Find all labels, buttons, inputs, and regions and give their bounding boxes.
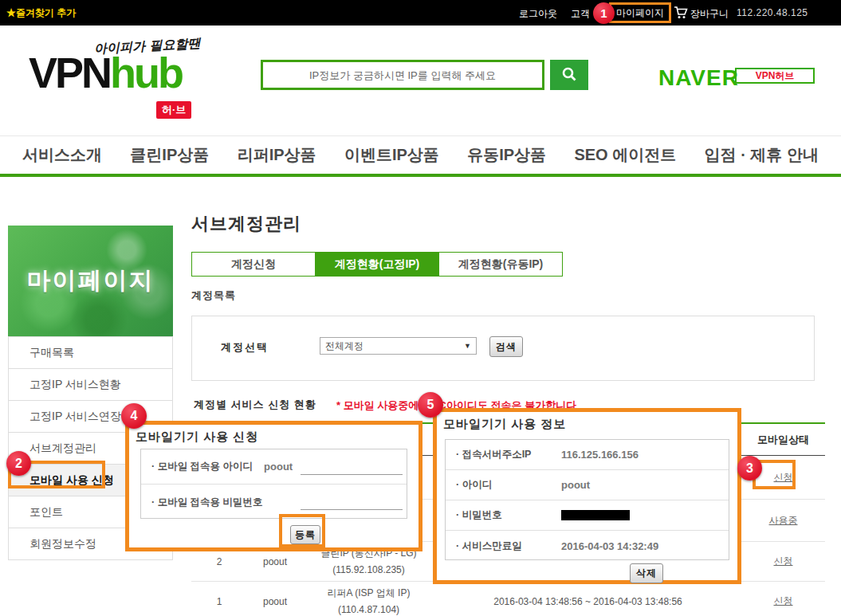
search-icon: [560, 65, 578, 85]
naver-logo: NAVER: [658, 65, 739, 91]
mobile-id-label: · 모바일 접속용 아이디: [141, 460, 253, 473]
logo-hub-text: hub: [110, 49, 182, 96]
product-ip: (115.92.108.235): [303, 562, 434, 578]
mobile-id-value: poout: [264, 461, 293, 473]
nav-item-service-intro[interactable]: 서비스소개: [22, 144, 102, 166]
page-title: 서브계정관리: [191, 212, 301, 236]
mobile-request-popup-title: 모바일기기 사용 신청: [136, 430, 258, 445]
sidebar-item-purchase-list[interactable]: 구매목록: [9, 336, 172, 368]
cell-period: 2016-03-04 13:48:56 ~ 2016-04-03 13:48:5…: [434, 596, 741, 607]
expire-date-value: 2016-04-03 14:32:49: [561, 540, 658, 552]
cell-id: poout: [247, 556, 303, 567]
mobile-pw-label: · 모바일 접속용 비밀번호: [141, 496, 263, 509]
sidebar-item-fixed-ip-status[interactable]: 고정IP 서비스현황: [9, 368, 172, 400]
nav-item-partnership[interactable]: 입점 · 제휴 안내: [705, 144, 819, 166]
site-header: 아이피가 필요할땐 VPNhub 허·브 NAVER VPN허브: [0, 26, 841, 135]
account-filter-box: 계정선택 전체계정 ▼ 검색: [191, 316, 815, 381]
mobile-info-popup-title: 모바일기기 사용 정보: [443, 417, 566, 432]
mobile-request-popup: 모바일기기 사용 신청 · 모바일 접속용 아이디 poout · 모바일 접속…: [125, 421, 422, 551]
account-search-button[interactable]: 검색: [489, 336, 523, 357]
account-select-value: 전체계정: [325, 339, 364, 353]
expire-date-label: · 서비스만료일: [446, 539, 522, 553]
tab-account-request[interactable]: 계정신청: [191, 252, 316, 277]
logo-badge: 허·브: [156, 101, 191, 119]
mobile-id-input[interactable]: [301, 461, 403, 475]
naver-badge-label: VPN허브: [756, 69, 795, 83]
nav-item-clean-ip[interactable]: 클린IP상품: [130, 144, 209, 166]
nav-item-refurb-ip[interactable]: 리퍼IP상품: [238, 144, 316, 166]
step-4-badge: 4: [121, 403, 147, 429]
register-button[interactable]: 등록: [290, 525, 320, 544]
cart-icon[interactable]: [674, 6, 688, 23]
chevron-down-icon: ▼: [464, 342, 471, 350]
cell-no: 2: [191, 556, 247, 567]
password-redacted-value: [561, 510, 630, 520]
mypage-link[interactable]: 마이페이지: [616, 6, 664, 20]
nav-item-seo-agent[interactable]: SEO 에이전트: [574, 144, 676, 166]
service-status-title: 계정별 서비스 신청 현황: [194, 398, 316, 412]
mobile-info-list: · 접속서버주소IP 116.125.166.156 · 아이디 poout ·…: [445, 439, 729, 560]
naver-vpnhub-badge[interactable]: VPN허브: [735, 68, 815, 84]
delete-button[interactable]: 삭제: [630, 563, 663, 583]
customer-link[interactable]: 고객: [571, 7, 590, 21]
mobile-status-link[interactable]: 신청: [774, 472, 793, 483]
tab-account-status-dynamic-ip[interactable]: 계정현황(유동IP): [438, 252, 563, 277]
favorite-link[interactable]: ★즐겨찾기 추가: [6, 6, 76, 20]
nav-item-dynamic-ip[interactable]: 유동IP상품: [467, 144, 546, 166]
step-3-badge: 3: [737, 456, 762, 481]
top-bar: ★즐겨찾기 추가 로그아웃 고객 마이페이지 장바구니 112.220.48.1…: [0, 0, 841, 26]
nav-item-event-ip[interactable]: 이벤트IP상품: [344, 144, 439, 166]
mobile-pw-input[interactable]: [301, 496, 403, 510]
cell-product: 리퍼A (ISP 업체 IP) (110.4.87.104): [303, 585, 434, 616]
col-header-mobile-status: 모바일상태: [741, 433, 825, 447]
cell-no: 1: [191, 596, 247, 607]
mobile-info-popup: 모바일기기 사용 정보 · 접속서버주소IP 116.125.166.156 ·…: [433, 408, 741, 584]
mypage-highlight-box: 마이페이지: [609, 2, 671, 23]
step-5-badge: 5: [418, 392, 443, 418]
cell-id: poout: [247, 596, 303, 607]
account-id-value: poout: [561, 479, 590, 491]
mobile-status-link[interactable]: 사용중: [769, 515, 798, 526]
account-list-label: 계정목록: [191, 288, 236, 303]
cart-link[interactable]: 장바구니: [690, 7, 729, 21]
logo-vpn-text: VPN: [29, 49, 110, 96]
step-1-badge: 1: [593, 2, 615, 24]
step-2-badge: 2: [6, 451, 31, 476]
main-nav: 서비스소개 클린IP상품 리퍼IP상품 이벤트IP상품 유동IP상품 SEO 에…: [0, 135, 841, 177]
account-select[interactable]: 전체계정 ▼: [320, 337, 477, 355]
product-name: 리퍼A (ISP 업체 IP): [303, 585, 434, 601]
mypage-banner: 마이페이지: [8, 226, 173, 336]
mobile-request-form: · 모바일 접속용 아이디 poout · 모바일 접속용 비밀번호: [140, 449, 407, 519]
account-id-label: · 아이디: [446, 478, 492, 492]
table-row: 1 poout 리퍼A (ISP 업체 IP) (110.4.87.104) 2…: [191, 582, 825, 616]
mobile-status-link[interactable]: 신청: [774, 595, 793, 606]
ip-search-input[interactable]: [261, 60, 544, 90]
client-ip: 112.220.48.125: [737, 7, 808, 18]
account-select-label: 계정선택: [221, 340, 269, 355]
page: ★즐겨찾기 추가 로그아웃 고객 마이페이지 장바구니 112.220.48.1…: [0, 0, 841, 616]
search-button[interactable]: [550, 60, 588, 90]
tab-account-status-fixed-ip[interactable]: 계정현황(고정IP): [315, 252, 439, 277]
logout-link[interactable]: 로그아웃: [519, 7, 557, 21]
mobile-status-link[interactable]: 신청: [774, 555, 793, 567]
server-ip-value: 116.125.166.156: [561, 449, 639, 461]
account-tabs: 계정신청 계정현황(고정IP) 계정현황(유동IP): [191, 252, 563, 277]
product-ip: (110.4.87.104): [303, 602, 434, 616]
password-label: · 비밀번호: [446, 508, 502, 522]
server-ip-label: · 접속서버주소IP: [446, 448, 531, 461]
logo[interactable]: VPNhub: [29, 51, 182, 94]
mypage-banner-label: 마이페이지: [27, 265, 155, 297]
